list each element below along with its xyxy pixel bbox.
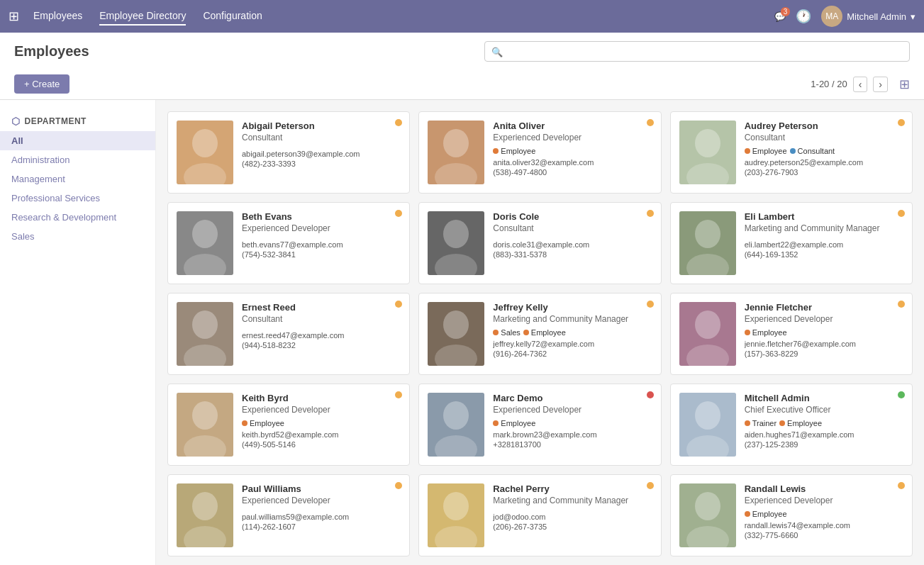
tag-label: Employee [501, 147, 535, 155]
employee-card[interactable]: Doris Cole Consultant doris.cole31@examp… [418, 202, 661, 284]
employee-tags: Trainer Employee [745, 419, 903, 427]
next-page-button[interactable]: › [873, 77, 888, 92]
navbar-right: 💬 3 🕐 MA Mitchell Admin ▾ [774, 6, 915, 27]
notification-bell[interactable]: 💬 3 [774, 11, 786, 22]
employee-tag: Employee [493, 419, 535, 427]
employee-email: audrey.peterson25@example.com [745, 158, 903, 167]
sidebar-item-professional-services[interactable]: Professional Services [0, 189, 155, 208]
employee-job-title: Experienced Developer [745, 314, 903, 324]
employee-photo [177, 121, 233, 184]
sidebar-item-sales[interactable]: Sales [0, 227, 155, 246]
search-input[interactable] [484, 41, 910, 62]
svg-point-25 [695, 311, 720, 339]
employee-job-title: Marketing and Community Manager [745, 223, 903, 233]
employee-photo [177, 393, 233, 457]
employee-card[interactable]: Ernest Reed Consultant ernest.reed47@exa… [167, 293, 410, 375]
status-dot [395, 482, 402, 489]
employee-email: aiden.hughes71@example.com [745, 430, 903, 439]
tag-dot [779, 420, 785, 426]
tag-label: Employee [752, 147, 787, 155]
employee-phone: (203)-276-7903 [745, 168, 903, 177]
employee-card[interactable]: Marc Demo Experienced Developer Employee… [418, 384, 661, 466]
nav-employee-directory[interactable]: Employee Directory [99, 7, 186, 26]
employee-name: Mitchell Admin [745, 393, 903, 403]
tag-dot [523, 330, 529, 335]
sidebar: ⬡ DEPARTMENT All Administration Manageme… [0, 100, 156, 565]
employee-info: Abigail Peterson Consultant abigail.pete… [242, 121, 401, 184]
main-layout: ⬡ DEPARTMENT All Administration Manageme… [0, 100, 924, 565]
employee-photo [679, 393, 736, 457]
employee-info: Beth Evans Experienced Developer beth.ev… [242, 211, 401, 275]
employee-tag: Employee [745, 147, 787, 155]
employee-name: Beth Evans [242, 211, 401, 222]
sidebar-section-title: ⬡ DEPARTMENT [0, 111, 155, 131]
svg-point-7 [695, 129, 720, 157]
employee-name: Paul Williams [242, 483, 401, 494]
employee-info: Ernest Reed Consultant ernest.reed47@exa… [242, 302, 401, 366]
create-button[interactable]: + Create [14, 74, 69, 94]
employee-email: eli.lambert22@example.com [745, 240, 903, 249]
user-avatar: MA [821, 6, 842, 27]
employee-info: Keith Byrd Experienced Developer Employe… [242, 393, 401, 457]
apps-menu-icon[interactable]: ⊞ [9, 9, 19, 24]
employee-phone: (237)-125-2389 [745, 440, 903, 449]
tag-label: Employee [752, 328, 787, 337]
employee-info: Rachel Perry Marketing and Community Man… [493, 483, 652, 547]
sidebar-item-all[interactable]: All [0, 131, 155, 150]
employee-card[interactable]: Jennie Fletcher Experienced Developer Em… [670, 293, 913, 375]
prev-page-button[interactable]: ‹ [853, 77, 868, 92]
sidebar-item-management[interactable]: Management [0, 169, 155, 189]
nav-configuration[interactable]: Configuration [203, 7, 262, 26]
employee-name: Marc Demo [493, 393, 652, 403]
sidebar-item-administration[interactable]: Administration [0, 150, 155, 169]
employee-name: Ernest Reed [242, 302, 401, 313]
employee-card[interactable]: Mitchell Admin Chief Executive Officer T… [670, 384, 913, 466]
employee-card[interactable]: Jeffrey Kelly Marketing and Community Ma… [418, 293, 661, 375]
employee-job-title: Experienced Developer [242, 405, 401, 415]
svg-point-28 [192, 401, 218, 430]
pagination-text: 1-20 / 20 [811, 79, 847, 89]
user-menu[interactable]: MA Mitchell Admin ▾ [821, 6, 915, 27]
svg-point-31 [443, 401, 469, 430]
employee-name: Randall Lewis [745, 483, 903, 494]
employee-email: mark.brown23@example.com [493, 430, 652, 439]
grid-view-icon[interactable]: ⊞ [899, 77, 910, 92]
employee-card[interactable]: Rachel Perry Marketing and Community Man… [418, 474, 661, 556]
employee-info: Doris Cole Consultant doris.cole31@examp… [493, 211, 652, 275]
employee-card[interactable]: Randall Lewis Experienced Developer Empl… [670, 474, 913, 556]
tag-label: Trainer [752, 419, 777, 427]
employee-card[interactable]: Anita Oliver Experienced Developer Emplo… [418, 111, 661, 194]
svg-point-22 [443, 311, 469, 339]
svg-point-40 [443, 492, 469, 520]
employee-info: Mitchell Admin Chief Executive Officer T… [745, 393, 903, 457]
employee-tags: Employee [242, 419, 401, 427]
employee-card[interactable]: Keith Byrd Experienced Developer Employe… [167, 384, 410, 466]
tag-dot [745, 511, 750, 517]
employee-info: Paul Williams Experienced Developer paul… [242, 483, 401, 547]
employee-card[interactable]: Audrey Peterson Consultant Employee Cons… [670, 111, 913, 194]
employee-photo [428, 211, 484, 275]
employee-email: jeffrey.kelly72@example.com [493, 340, 652, 348]
employee-email: anita.oliver32@example.com [493, 158, 652, 167]
employee-card[interactable]: Paul Williams Experienced Developer paul… [167, 474, 410, 556]
status-dot [647, 391, 654, 398]
sidebar-item-research-development[interactable]: Research & Development [0, 208, 155, 227]
employee-card[interactable]: Abigail Peterson Consultant abigail.pete… [167, 111, 410, 194]
clock-icon[interactable]: 🕐 [796, 9, 811, 24]
tag-label: Employee [752, 510, 787, 518]
employee-card[interactable]: Eli Lambert Marketing and Community Mana… [670, 202, 913, 284]
employee-email: paul.williams59@example.com [242, 513, 401, 521]
svg-point-19 [192, 311, 218, 339]
employee-info: Marc Demo Experienced Developer Employee… [493, 393, 652, 457]
employee-name: Jennie Fletcher [745, 302, 903, 313]
status-dot [395, 210, 402, 217]
employee-card[interactable]: Beth Evans Experienced Developer beth.ev… [167, 202, 410, 284]
employee-tags: Employee [745, 510, 903, 518]
employee-job-title: Chief Executive Officer [745, 405, 903, 415]
employee-info: Anita Oliver Experienced Developer Emplo… [493, 121, 652, 184]
employee-phone: (644)-169-1352 [745, 250, 903, 259]
user-name: Mitchell Admin [847, 11, 906, 22]
nav-employees[interactable]: Employees [33, 7, 82, 26]
employee-tag: Employee [493, 147, 535, 155]
employee-photo [679, 483, 736, 547]
